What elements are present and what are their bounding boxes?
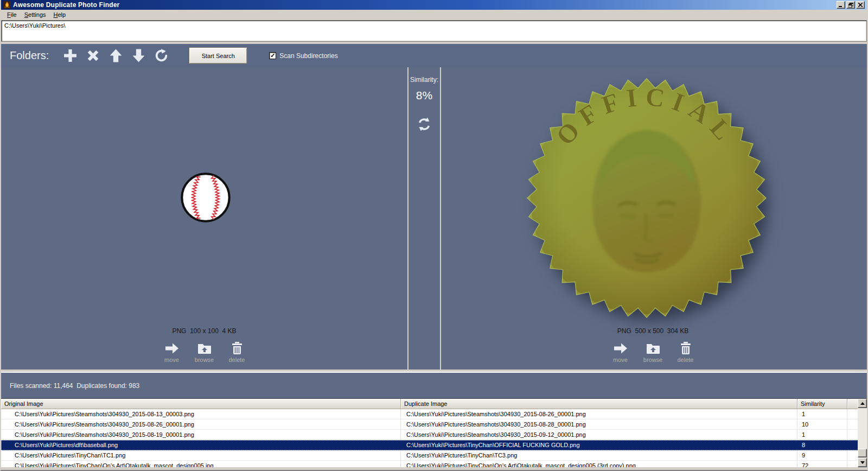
table-row-selected[interactable]: C:\Users\Yuki\Pictures\dft\baseball.png … — [1, 440, 867, 450]
folder-path-input[interactable]: C:\Users\Yuki\Pictures\ — [2, 21, 866, 41]
delete-duplicate-button[interactable]: delete — [674, 341, 698, 363]
original-image-info: PNG 100 x 100 4 KB — [172, 327, 236, 335]
browse-original-button[interactable]: browse — [193, 341, 216, 363]
cell-similarity[interactable]: 1 — [797, 430, 847, 440]
browse-folder-icon — [197, 341, 212, 355]
column-header-duplicate[interactable]: Duplicate Image — [401, 399, 797, 409]
move-up-icon[interactable] — [108, 48, 123, 63]
status-bar: Files scanned: 11,464 Duplicates found: … — [1, 373, 867, 398]
menu-settings[interactable]: Settings — [21, 10, 50, 20]
table-row[interactable]: C:\Users\Yuki\Pictures\TinyChan\TC1.png … — [1, 450, 867, 461]
checkbox-checked-icon[interactable]: ✓ — [269, 52, 276, 59]
cell-similarity[interactable]: 10 — [797, 419, 847, 430]
cell-original[interactable]: C:\Users\Yuki\Pictures\dft\baseball.png — [1, 440, 401, 450]
table-row[interactable]: C:\Users\Yuki\Pictures\Steamshots\304930… — [1, 409, 867, 419]
folders-label: Folders: — [10, 49, 49, 62]
move-arrow-icon — [613, 341, 628, 355]
table-scrollbar[interactable] — [858, 399, 867, 467]
cell-duplicate[interactable]: C:\Users\Yuki\Pictures\Steamshots\304930… — [401, 409, 797, 419]
results-table: Original Image Duplicate Image Similarit… — [1, 398, 867, 467]
cell-duplicate[interactable]: C:\Users\Yuki\Pictures\TinyChan\TC3.png — [401, 450, 797, 461]
menu-bar: File Settings Help — [1, 10, 867, 20]
duplicate-image-panel: OFFICIAL OFFICIAL FUCKING GOLD FUCKING G… — [441, 67, 865, 370]
column-header-filler — [847, 399, 858, 409]
cell-similarity[interactable]: 1 — [797, 409, 847, 419]
comparison-area: PNG 100 x 100 4 KB move browse — [1, 67, 867, 372]
scan-subdirectories-label: Scan Subdirectories — [279, 52, 337, 60]
seal-face — [592, 130, 701, 272]
title-bar: Awesome Duplicate Photo Finder — [1, 0, 867, 10]
original-image-panel: PNG 100 x 100 4 KB move browse — [1, 67, 409, 370]
cell-original[interactable]: C:\Users\Yuki\Pictures\TinyChan\TC1.png — [1, 450, 401, 461]
add-folder-icon[interactable] — [63, 48, 78, 63]
cell-original[interactable]: C:\Users\Yuki\Pictures\Steamshots\304930… — [1, 419, 401, 430]
table-row[interactable]: C:\Users\Yuki\Pictures\Steamshots\304930… — [1, 419, 867, 430]
move-arrow-icon — [164, 341, 180, 355]
menu-file[interactable]: File — [3, 10, 21, 20]
folder-path-box: C:\Users\Yuki\Pictures\ — [1, 20, 867, 42]
delete-original-button[interactable]: delete — [225, 341, 249, 363]
close-button[interactable] — [856, 1, 865, 9]
folders-toolbar: Folders: Start Search ✓ Scan Subdirector… — [1, 42, 867, 67]
table-row[interactable]: C:\Users\Yuki\Pictures\TinyChan\On's Art… — [1, 461, 867, 467]
similarity-value: 8% — [416, 89, 432, 102]
similarity-label: Similarity: — [410, 76, 438, 84]
cell-duplicate[interactable]: C:\Users\Yuki\Pictures\Steamshots\304930… — [401, 419, 797, 430]
cell-similarity[interactable]: 9 — [797, 450, 847, 461]
minimize-button[interactable] — [837, 1, 845, 9]
browse-duplicate-button[interactable]: browse — [641, 341, 665, 363]
cell-duplicate[interactable]: C:\Users\Yuki\Pictures\Steamshots\304930… — [401, 430, 797, 440]
browse-folder-icon — [646, 341, 661, 355]
move-original-button[interactable]: move — [160, 341, 184, 363]
restore-button[interactable] — [846, 1, 855, 9]
results-area: Files scanned: 11,464 Duplicates found: … — [1, 372, 867, 467]
table-row[interactable]: C:\Users\Yuki\Pictures\Steamshots\304930… — [1, 430, 867, 440]
menu-help[interactable]: Help — [50, 10, 70, 20]
scroll-up-button[interactable] — [858, 399, 867, 408]
cell-duplicate[interactable]: C:\Users\Yuki\Pictures\TinyChan\OFFICIAL… — [401, 440, 797, 450]
baseball-image[interactable] — [180, 171, 232, 224]
cell-original[interactable]: C:\Users\Yuki\Pictures\Steamshots\304930… — [1, 409, 401, 419]
cell-original[interactable]: C:\Users\Yuki\Pictures\TinyChan\On's Art… — [1, 461, 401, 467]
gold-seal-image[interactable]: OFFICIAL OFFICIAL FUCKING GOLD FUCKING G… — [527, 78, 767, 318]
scan-status-text: Files scanned: 11,464 Duplicates found: … — [10, 382, 139, 390]
cell-similarity[interactable]: 72 — [797, 461, 847, 467]
app-window: Awesome Duplicate Photo Finder File Sett… — [0, 0, 868, 471]
cell-duplicate[interactable]: C:\Users\Yuki\Pictures\TinyChan\On's Art… — [401, 461, 797, 467]
trash-icon — [678, 341, 693, 355]
move-down-icon[interactable] — [131, 48, 146, 63]
duplicate-image-info: PNG 500 x 500 304 KB — [617, 327, 688, 335]
cell-similarity[interactable]: 8 — [797, 440, 847, 450]
move-duplicate-button[interactable]: move — [609, 341, 633, 363]
similarity-strip: Similarity: 8% — [409, 67, 441, 370]
column-header-similarity[interactable]: Similarity — [797, 399, 847, 409]
remove-folder-icon[interactable] — [86, 48, 100, 63]
table-header: Original Image Duplicate Image Similarit… — [1, 399, 867, 409]
swap-images-icon[interactable] — [416, 116, 432, 132]
cell-original[interactable]: C:\Users\Yuki\Pictures\Steamshots\304930… — [1, 430, 401, 440]
column-header-original[interactable]: Original Image — [1, 399, 401, 409]
start-search-button[interactable]: Start Search — [189, 47, 247, 64]
trash-icon — [229, 341, 245, 355]
scroll-down-button[interactable] — [858, 458, 867, 467]
reset-icon[interactable] — [154, 48, 169, 63]
scan-subdirectories-option[interactable]: ✓ Scan Subdirectories — [269, 52, 337, 60]
window-title: Awesome Duplicate Photo Finder — [13, 0, 119, 10]
app-flame-icon — [3, 1, 11, 9]
scrollbar-thumb[interactable] — [858, 449, 867, 457]
